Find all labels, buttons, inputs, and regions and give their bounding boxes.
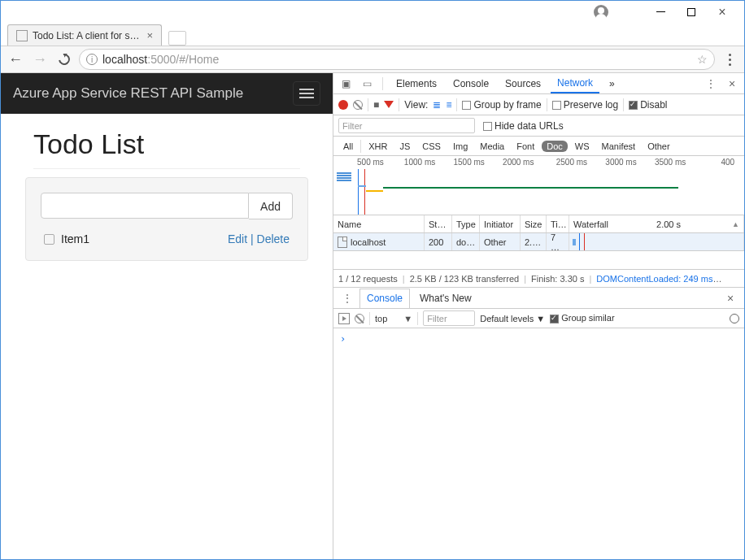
devtools-close-button[interactable]: ×	[723, 77, 741, 90]
reload-icon	[56, 51, 72, 67]
col-initiator[interactable]: Initiator	[480, 215, 521, 232]
network-request-row[interactable]: localhost 200 do… Other 2.… 7 …	[333, 233, 744, 251]
load-marker	[364, 169, 365, 215]
log-levels-selector[interactable]: Default levels ▼	[480, 314, 545, 323]
type-xhr[interactable]: XHR	[364, 141, 392, 152]
url-text: localhost:5000/#/Home	[102, 53, 219, 66]
back-button[interactable]: ←	[6, 50, 25, 69]
page-body: Todo List Add Item1 Edit | Delete	[1, 114, 333, 269]
drawer-tab-whatsnew[interactable]: What's New	[413, 289, 478, 308]
timeline-bar	[366, 190, 382, 192]
window-minimize-button[interactable]	[645, 2, 676, 22]
preserve-log-checkbox[interactable]: Preserve log	[552, 99, 618, 111]
tab-more[interactable]: »	[603, 74, 621, 93]
execution-context-icon[interactable]	[338, 313, 350, 324]
divider	[33, 168, 300, 169]
bookmark-star-icon[interactable]: ☆	[697, 53, 708, 66]
new-todo-input[interactable]	[41, 193, 249, 219]
col-waterfall[interactable]: Waterfall2.00 s▲	[569, 215, 744, 232]
devtools-menu-icon[interactable]: ⋮	[702, 78, 720, 89]
console-toolbar: top▼ Filter Default levels ▼ Group simil…	[333, 309, 744, 328]
context-selector[interactable]: top▼	[375, 314, 412, 323]
network-filter-bar: Filter Hide data URLs	[333, 115, 744, 137]
filter-icon[interactable]	[384, 101, 394, 108]
todo-checkbox[interactable]	[44, 234, 54, 245]
add-button[interactable]: Add	[249, 193, 293, 219]
type-other[interactable]: Other	[643, 141, 675, 152]
divider	[417, 312, 418, 325]
tab-network[interactable]: Network	[551, 74, 599, 93]
todo-actions: Edit | Delete	[228, 232, 290, 245]
document-icon	[338, 237, 347, 248]
browser-tab[interactable]: Todo List: A client for sam ×	[7, 24, 162, 46]
forward-button[interactable]: →	[30, 50, 50, 69]
maximize-icon	[687, 8, 695, 16]
back-arrow-icon: ←	[8, 51, 23, 68]
console-body[interactable]: ›	[333, 328, 744, 559]
dcl-marker	[579, 233, 580, 250]
hide-data-urls-checkbox[interactable]: Hide data URLs	[483, 120, 564, 132]
minimize-icon	[656, 11, 665, 12]
camera-icon[interactable]: ■	[373, 99, 379, 111]
drawer-tab-console[interactable]: Console	[359, 289, 410, 308]
type-img[interactable]: Img	[448, 141, 473, 152]
browser-menu-button[interactable]	[720, 50, 739, 69]
inspect-element-icon[interactable]: ▣	[337, 78, 355, 89]
disable-cache-checkbox[interactable]: Disabl	[629, 99, 667, 111]
console-filter-input[interactable]: Filter	[423, 310, 475, 326]
group-by-frame-checkbox[interactable]: Group by frame	[462, 99, 541, 111]
divider	[623, 98, 624, 111]
devtools-drawer-tabs: ⋮ Console What's New ×	[333, 288, 744, 309]
device-toggle-icon[interactable]: ▭	[358, 78, 376, 89]
drawer-close-button[interactable]: ×	[721, 292, 739, 305]
type-css[interactable]: CSS	[417, 141, 446, 152]
tab-console[interactable]: Console	[447, 74, 495, 93]
divider	[360, 140, 361, 153]
app-brand[interactable]: Azure App Service REST API Sample	[13, 85, 243, 102]
edit-link[interactable]: Edit	[228, 232, 247, 245]
large-rows-icon[interactable]: ≣	[433, 99, 441, 111]
address-bar[interactable]: i localhost:5000/#/Home ☆	[79, 49, 715, 70]
console-prompt: ›	[340, 333, 346, 345]
network-timeline[interactable]: 500 ms 1000 ms 1500 ms 2000 ms 2500 ms 3…	[333, 156, 744, 215]
network-filter-input[interactable]: Filter	[338, 118, 475, 133]
record-icon[interactable]	[338, 100, 348, 110]
group-similar-checkbox[interactable]: Group similar	[550, 313, 614, 323]
col-status[interactable]: St…	[425, 215, 452, 232]
drawer-menu-icon[interactable]: ⋮	[338, 293, 356, 304]
profile-icon[interactable]	[594, 5, 608, 20]
network-status-bar: 1 / 12 requests| 2.5 KB / 123 KB transfe…	[333, 270, 744, 288]
navbar-toggle-button[interactable]	[293, 81, 320, 106]
type-font[interactable]: Font	[512, 141, 539, 152]
col-size[interactable]: Size	[521, 215, 547, 232]
divider	[382, 77, 383, 90]
window-maximize-button[interactable]	[676, 2, 707, 22]
reload-button[interactable]	[54, 50, 74, 69]
col-time[interactable]: Ti…	[547, 215, 569, 232]
col-name[interactable]: Name	[333, 215, 425, 232]
col-type[interactable]: Type	[452, 215, 480, 232]
type-manifest[interactable]: Manifest	[597, 141, 641, 152]
window-close-button[interactable]: ×	[707, 2, 738, 22]
type-js[interactable]: JS	[394, 141, 415, 152]
new-tab-button[interactable]	[168, 31, 186, 46]
site-info-icon[interactable]: i	[86, 54, 98, 65]
tab-close-button[interactable]: ×	[146, 29, 153, 41]
waterfall-icon[interactable]: ≡	[446, 99, 451, 111]
todo-panel: Add Item1 Edit | Delete	[25, 177, 308, 261]
clear-icon[interactable]	[353, 100, 363, 110]
type-doc[interactable]: Doc	[542, 141, 568, 152]
dcl-marker	[358, 169, 359, 215]
console-settings-icon[interactable]	[730, 314, 739, 323]
timeline-body	[333, 169, 744, 215]
clear-console-icon[interactable]	[355, 314, 364, 323]
grid-header: Name St… Type Initiator Size Ti… Waterfa…	[333, 215, 744, 233]
type-ws[interactable]: WS	[570, 141, 595, 152]
type-media[interactable]: Media	[475, 141, 509, 152]
tab-sources[interactable]: Sources	[499, 74, 547, 93]
type-all[interactable]: All	[338, 141, 358, 152]
content-area: Azure App Service REST API Sample Todo L…	[1, 73, 744, 559]
tab-elements[interactable]: Elements	[390, 74, 443, 93]
waterfall-bar	[573, 239, 576, 245]
delete-link[interactable]: Delete	[257, 232, 290, 245]
